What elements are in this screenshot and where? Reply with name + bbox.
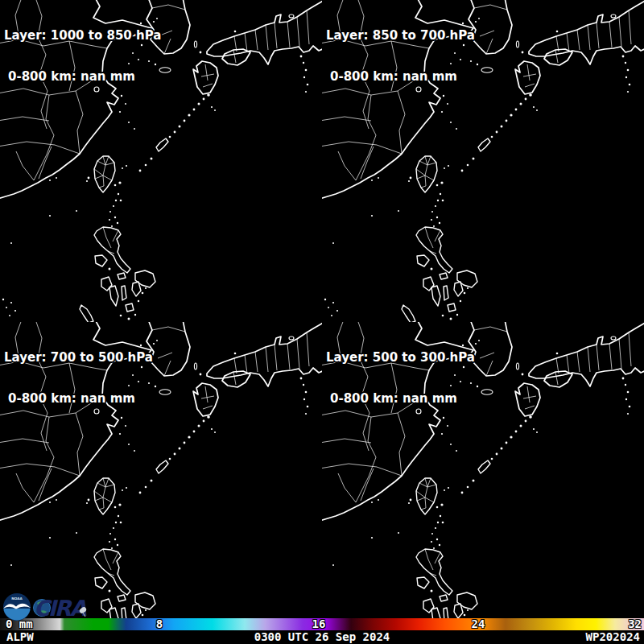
colorbar-tick-label: 32 [628, 618, 642, 630]
alpw-product-image: { "panels": [ {"layer_label": "Layer: 10… [0, 0, 644, 644]
layer-label: Layer: 500 to 300 hPa [326, 351, 475, 365]
layer-label: Layer: 700 to 500 hPa [4, 351, 153, 365]
range-value-label: 0-800 km: nan mm [326, 392, 475, 406]
panel-500-300: Layer: 500 to 300 hPa 0-800 km: nan mm [322, 322, 644, 644]
panel-label: Layer: 1000 to 850 hPa 0-800 km: nan mm [4, 2, 161, 111]
range-value-label: 0-800 km: nan mm [4, 392, 153, 406]
storm-id-label: WP202024 [586, 630, 640, 644]
range-value-label: 0-800 km: nan mm [326, 70, 475, 84]
range-value-label: 0-800 km: nan mm [4, 70, 161, 84]
panel-850-700: Layer: 850 to 700 hPa 0-800 km: nan mm [322, 0, 644, 322]
panel-label: Layer: 700 to 500 hPa 0-800 km: nan mm [4, 324, 153, 433]
caption-row: ALPW 0300 UTC 26 Sep 2024 WP202024 [0, 630, 644, 644]
logo-block: NOAA CIRA [0, 592, 97, 622]
cira-logo: CIRA [34, 596, 88, 621]
noaa-logo: NOAA [3, 593, 31, 621]
colorbar-tick-label: 16 [312, 618, 326, 630]
layer-label: Layer: 1000 to 850 hPa [4, 29, 161, 43]
colorbar-tick-label: 8 [156, 618, 163, 630]
footer-bar: 0 mm8162432 ALPW 0300 UTC 26 Sep 2024 WP… [0, 618, 644, 644]
cira-logo-text: CIRA [34, 596, 87, 621]
precipitable-water-colorbar: 0 mm8162432 [0, 618, 644, 630]
panel-label: Layer: 850 to 700 hPa 0-800 km: nan mm [326, 2, 475, 111]
panel-label: Layer: 500 to 300 hPa 0-800 km: nan mm [326, 324, 475, 433]
timestamp-label: 0300 UTC 26 Sep 2024 [0, 630, 644, 644]
panel-1000-850: Layer: 1000 to 850 hPa 0-800 km: nan mm [0, 0, 322, 322]
layer-label: Layer: 850 to 700 hPa [326, 29, 475, 43]
colorbar-tick-label: 24 [472, 618, 485, 630]
noaa-logo-text: NOAA [11, 597, 23, 601]
